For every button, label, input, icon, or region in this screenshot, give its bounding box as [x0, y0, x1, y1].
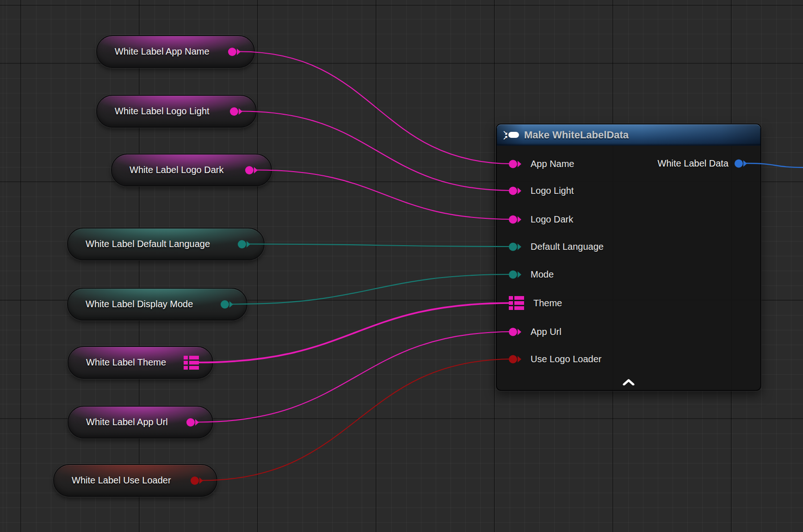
- make-input-row-default-language: Default Language: [509, 241, 604, 252]
- pin-in-logo-light[interactable]: [509, 186, 521, 195]
- pin-label: Use Logo Loader: [531, 354, 601, 365]
- var-node-white-label-app-url[interactable]: White Label App Url: [68, 406, 213, 439]
- pin-out-white-label-display-mode[interactable]: [221, 300, 233, 309]
- var-node-label: White Label App Name: [115, 46, 210, 57]
- wire-white-label-display-mode-to-mode[interactable]: [232, 274, 513, 304]
- pin-in-mode[interactable]: [509, 270, 521, 278]
- pin-label: Logo Light: [531, 186, 574, 196]
- pin-label: Mode: [531, 269, 554, 280]
- var-node-label: White Label Logo Light: [115, 106, 210, 117]
- pin-out-white-label-default-language[interactable]: [238, 240, 250, 248]
- pin-out-white-label-use-loader[interactable]: [191, 476, 203, 485]
- var-node-label: White Label Logo Dark: [130, 165, 223, 175]
- pin-in-app-url[interactable]: [509, 328, 521, 336]
- var-node-white-label-default-language[interactable]: White Label Default Language: [67, 228, 265, 260]
- make-whitelabeldata-node[interactable]: ↘↗ Make WhiteLabelData App NameLogo Ligh…: [496, 124, 761, 391]
- make-input-row-logo-light: Logo Light: [509, 186, 574, 196]
- pin-in-default-language[interactable]: [509, 242, 521, 251]
- make-input-row-mode: Mode: [509, 269, 554, 280]
- blueprint-graph-canvas[interactable]: ↘↗ Make WhiteLabelData App NameLogo Ligh…: [0, 0, 803, 532]
- make-input-row-theme: Theme: [509, 296, 562, 310]
- wire-white-label-app-url-to-app-url[interactable]: [198, 332, 513, 422]
- var-node-white-label-display-mode[interactable]: White Label Display Mode: [67, 288, 247, 321]
- wire-white-label-logo-dark-to-logo-dark[interactable]: [257, 170, 513, 220]
- wire-white-label-use-loader-to-use-logo-loader[interactable]: [202, 359, 513, 481]
- var-node-label: White Label App Url: [86, 417, 168, 427]
- var-node-label: White Label Theme: [86, 357, 166, 368]
- pin-label: App Name: [531, 159, 574, 169]
- pin-label: App Url: [531, 327, 562, 337]
- pin-in-theme[interactable]: [509, 296, 524, 310]
- pin-out-white-label-theme[interactable]: [184, 356, 199, 370]
- pin-out-white-label-app-name[interactable]: [228, 48, 241, 56]
- chevron-up-icon: [623, 379, 635, 385]
- var-node-white-label-logo-dark[interactable]: White Label Logo Dark: [111, 154, 272, 186]
- pin-label: Logo Dark: [531, 214, 573, 225]
- pin-in-app-name[interactable]: [509, 160, 521, 168]
- var-node-white-label-app-name[interactable]: White Label App Name: [96, 35, 255, 68]
- var-node-white-label-theme[interactable]: White Label Theme: [68, 346, 213, 379]
- pin-in-logo-dark[interactable]: [509, 215, 521, 223]
- pin-label: Default Language: [531, 241, 604, 252]
- pin-in-use-logo-loader[interactable]: [509, 355, 521, 363]
- pin-out-white-label-app-url[interactable]: [186, 418, 199, 427]
- collapse-node-button[interactable]: [621, 377, 636, 387]
- make-input-row-app-name: App Name: [509, 159, 574, 169]
- pin-out-white-label-logo-light[interactable]: [230, 107, 242, 116]
- wire-white-label-default-language-to-default-language[interactable]: [249, 244, 513, 247]
- wire-white-label-logo-light-to-logo-light[interactable]: [241, 111, 513, 191]
- pin-out-white-label-data[interactable]: [735, 159, 747, 167]
- var-node-white-label-logo-light[interactable]: White Label Logo Light: [96, 95, 257, 128]
- make-node-header[interactable]: ↘↗ Make WhiteLabelData: [497, 124, 760, 146]
- var-node-white-label-use-loader[interactable]: White Label Use Loader: [53, 464, 217, 497]
- make-output-row: White Label Data: [658, 158, 747, 169]
- var-node-label: White Label Display Mode: [86, 299, 193, 309]
- var-node-label: White Label Use Loader: [72, 475, 171, 486]
- wire-white-label-app-name-to-app-name[interactable]: [240, 52, 513, 164]
- make-input-row-app-url: App Url: [509, 327, 562, 337]
- var-node-label: White Label Default Language: [86, 239, 210, 249]
- pin-out-white-label-logo-dark[interactable]: [245, 166, 258, 174]
- make-node-title: Make WhiteLabelData: [524, 129, 629, 141]
- make-input-row-logo-dark: Logo Dark: [509, 214, 573, 225]
- pin-label: White Label Data: [658, 158, 729, 169]
- make-input-row-use-logo-loader: Use Logo Loader: [509, 354, 601, 365]
- pin-label: Theme: [533, 298, 562, 309]
- make-struct-icon: ↘↗: [503, 130, 519, 140]
